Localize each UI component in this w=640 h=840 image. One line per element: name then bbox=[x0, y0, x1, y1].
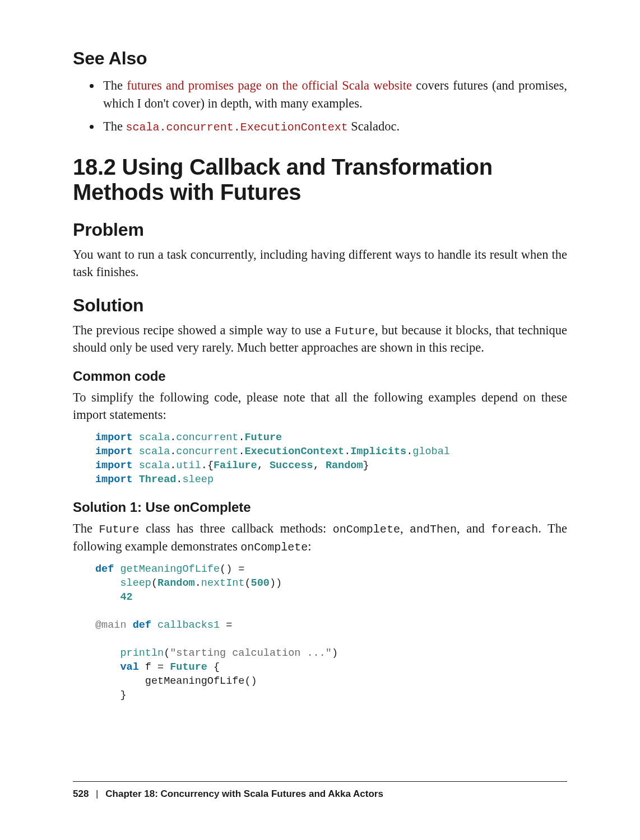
identifier: f bbox=[145, 661, 151, 673]
section-title: 18.2 Using Callback and Transformation M… bbox=[73, 155, 567, 205]
inline-code: Future bbox=[99, 523, 140, 536]
text: class has three callback methods: bbox=[140, 521, 333, 535]
text: () = bbox=[220, 563, 244, 575]
text: Scaladoc. bbox=[348, 119, 400, 133]
keyword: def bbox=[133, 619, 151, 631]
type: ExecutionContext bbox=[245, 446, 345, 458]
list-item: The futures and promises page on the off… bbox=[101, 77, 567, 112]
type: Thread bbox=[139, 474, 177, 486]
problem-paragraph: You want to run a task concurrently, inc… bbox=[73, 246, 567, 281]
annotation: @main bbox=[95, 619, 127, 631]
identifier: util bbox=[176, 460, 201, 472]
inline-code-future: Future bbox=[335, 325, 375, 338]
function-name: getMeaningOfLife bbox=[120, 563, 220, 575]
brace: { bbox=[214, 661, 220, 673]
function-call: println bbox=[120, 647, 164, 659]
type: Random bbox=[157, 577, 195, 589]
heading-see-also: See Also bbox=[73, 48, 567, 69]
string: "starting calculation ..." bbox=[170, 647, 332, 659]
separator: | bbox=[91, 788, 103, 799]
text: : bbox=[308, 539, 311, 553]
type: Failure bbox=[214, 460, 257, 472]
page-footer: 528 | Chapter 18: Concurrency with Scala… bbox=[73, 781, 567, 800]
heading-problem: Problem bbox=[73, 220, 567, 240]
text: = bbox=[220, 619, 232, 631]
text: The bbox=[73, 521, 99, 535]
common-code-paragraph: To simplify the following code, please n… bbox=[73, 389, 567, 423]
identifier: scala bbox=[139, 460, 170, 472]
chapter-title: Chapter 18: Concurrency with Scala Futur… bbox=[105, 788, 383, 799]
function-call: sleep bbox=[120, 577, 151, 589]
text: The previous recipe showed a simple way … bbox=[73, 323, 335, 337]
identifier: sleep bbox=[182, 474, 214, 486]
keyword: import bbox=[95, 432, 133, 444]
keyword: import bbox=[95, 474, 133, 486]
code-block-example: def getMeaningOfLife() = sleep(Random.ne… bbox=[95, 563, 567, 703]
code-block-imports: import scala.concurrent.Future import sc… bbox=[95, 431, 567, 487]
heading-common-code: Common code bbox=[73, 368, 567, 384]
link-futures-page[interactable]: futures and promises page on the officia… bbox=[127, 78, 412, 92]
type: Random bbox=[326, 460, 363, 472]
see-also-list: The futures and promises page on the off… bbox=[73, 77, 567, 136]
text: The bbox=[103, 78, 127, 92]
page: See Also The futures and promises page o… bbox=[0, 0, 640, 840]
text: , bbox=[400, 521, 410, 535]
identifier: global bbox=[412, 446, 450, 458]
keyword: import bbox=[95, 446, 133, 458]
solution1-paragraph: The Future class has three callback meth… bbox=[73, 520, 567, 555]
text: , and bbox=[457, 521, 491, 535]
function-call: getMeaningOfLife() bbox=[145, 675, 257, 687]
inline-code: onComplete bbox=[240, 541, 308, 554]
keyword: import bbox=[95, 460, 133, 472]
inline-code: andThen bbox=[410, 523, 457, 536]
type: Success bbox=[270, 460, 313, 472]
inline-code: foreach bbox=[491, 523, 538, 536]
content-area: See Also The futures and promises page o… bbox=[73, 48, 567, 703]
identifier: concurrent bbox=[176, 446, 238, 458]
inline-code: onComplete bbox=[333, 523, 400, 536]
identifier: concurrent bbox=[176, 432, 238, 444]
identifier: scala bbox=[139, 446, 170, 458]
list-item: The scala.concurrent.ExecutionContext Sc… bbox=[101, 118, 567, 136]
identifier: scala bbox=[139, 432, 170, 444]
number: 500 bbox=[251, 577, 270, 589]
solution-paragraph: The previous recipe showed a simple way … bbox=[73, 321, 567, 357]
heading-solution: Solution bbox=[73, 295, 567, 316]
brace: } bbox=[120, 689, 126, 701]
function-name: callbacks1 bbox=[157, 619, 220, 631]
keyword: def bbox=[95, 563, 114, 575]
keyword: val bbox=[120, 661, 138, 673]
page-number: 528 bbox=[73, 788, 89, 799]
text: The bbox=[103, 119, 126, 133]
link-execution-context[interactable]: scala.concurrent.ExecutionContext bbox=[126, 121, 348, 134]
type: Implicits bbox=[350, 446, 406, 458]
method: nextInt bbox=[201, 577, 245, 589]
number: 42 bbox=[120, 591, 132, 603]
type: Future bbox=[170, 661, 207, 673]
heading-solution1: Solution 1: Use onComplete bbox=[73, 500, 567, 515]
type: Future bbox=[245, 432, 282, 444]
